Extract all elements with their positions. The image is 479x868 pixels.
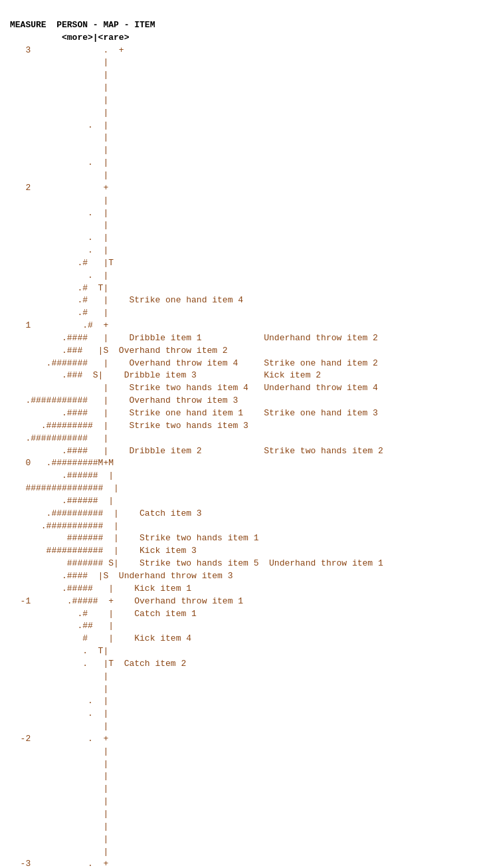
map-row: | [10, 69, 469, 82]
map-row: # | Kick item 4 [10, 633, 469, 645]
map-row: -3 . + [10, 858, 469, 868]
map-row: | [10, 132, 469, 144]
map-row: .#### | Dribble item 1 Underhand throw i… [10, 332, 469, 345]
map-row: | [10, 808, 469, 821]
map-row: . | [10, 708, 469, 720]
map-row: . T| [10, 645, 469, 658]
map-row: 3 . + [10, 45, 469, 57]
map-row: | [10, 82, 469, 94]
map-row: .########## | Catch item 3 [10, 508, 469, 520]
map-content: MEASURE PERSON - MAP - ITEM <more>|<rare… [10, 7, 469, 45]
map-row: . | [10, 695, 469, 708]
map-row: . |T Catch item 2 [10, 658, 469, 671]
map-row: | [10, 107, 469, 120]
map-row: ####### | Strike two hands item 1 [10, 532, 469, 545]
map-row: .########### | [10, 520, 469, 533]
map-body: 3 . + | | | | | . | | | . | [10, 45, 469, 868]
map-row: | [10, 94, 469, 107]
map-row: 1 .# + [10, 320, 469, 332]
map-row: .##### | Kick item 1 [10, 583, 469, 596]
map-row: . | [10, 270, 469, 282]
map-row: | [10, 169, 469, 182]
map-row: | [10, 144, 469, 157]
map-row: . | [10, 232, 469, 245]
map-row: -1 .##### + Overhand throw item 1 [10, 596, 469, 608]
map-row: 2 + [10, 182, 469, 195]
map-row: .###### | [10, 495, 469, 508]
map-row: | [10, 770, 469, 783]
map-row: .# |T [10, 257, 469, 270]
map-row: | [10, 821, 469, 833]
map-row: .#### | Strike one hand item 1 Strike on… [10, 407, 469, 420]
map-row: .########### | Overhand throw item 3 [10, 395, 469, 407]
map-row: ####### S| Strike two hands item 5 Under… [10, 558, 469, 570]
map-row: | [10, 219, 469, 232]
map-row: | [10, 195, 469, 207]
map-row: ############### | [10, 483, 469, 495]
title-line: MEASURE PERSON - MAP - ITEM [10, 20, 155, 30]
map-row: .######### | Strike two hands item 3 [10, 420, 469, 433]
map-row: .#### | Dribble item 2 Strike two hands … [10, 445, 469, 458]
map-row: .####### | Overhand throw item 4 Strike … [10, 358, 469, 370]
map-row: .# T| [10, 282, 469, 295]
map-row: | [10, 671, 469, 683]
map-row: | [10, 56, 469, 69]
map-row: .# | Catch item 1 [10, 608, 469, 621]
map-row: .### S| Dribble item 3 Kick item 2 [10, 370, 469, 382]
map-row: .## | [10, 620, 469, 633]
map-row: | [10, 683, 469, 696]
map-row: | Strike two hands item 4 Underhand thro… [10, 382, 469, 395]
map-row: .########### | [10, 433, 469, 445]
map-row: 0 .#########M+M [10, 457, 469, 470]
map-row: ########### | Kick item 3 [10, 545, 469, 558]
map-row: . | [10, 157, 469, 169]
map-row: | [10, 720, 469, 733]
subtitle-line: <more>|<rare> [10, 33, 129, 43]
map-row: .### |S Overhand throw item 2 [10, 345, 469, 358]
map-row: . | [10, 120, 469, 132]
map-row: | [10, 783, 469, 796]
map-row: -2 . + [10, 733, 469, 746]
map-row: | [10, 846, 469, 859]
map-row: | [10, 746, 469, 758]
map-row: .# | Strike one hand item 4 [10, 294, 469, 307]
map-row: | [10, 758, 469, 771]
map-row: | [10, 833, 469, 846]
map-row: . | [10, 245, 469, 257]
map-row: .###### | [10, 470, 469, 483]
map-row: | [10, 796, 469, 808]
map-row: .#### |S Underhand throw item 3 [10, 570, 469, 583]
map-row: .# | [10, 307, 469, 320]
map-row: . | [10, 207, 469, 220]
